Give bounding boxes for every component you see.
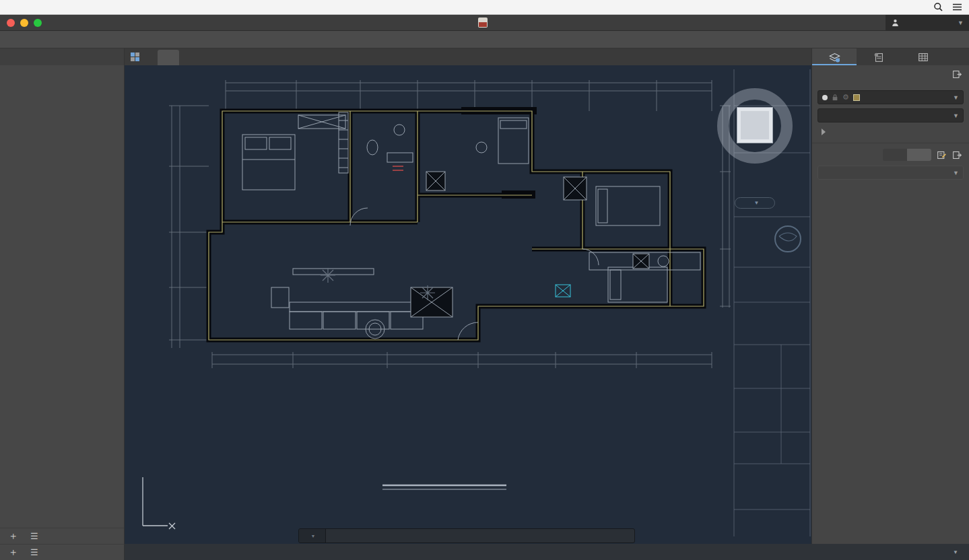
layer-tools-row <box>812 83 969 88</box>
status-bar-right: ▼ <box>937 544 969 560</box>
quick-access-toolbar <box>0 31 969 48</box>
new-drawing-tab-button[interactable] <box>145 48 158 65</box>
macos-menu-bar <box>0 0 969 15</box>
minimize-window-button[interactable] <box>20 19 28 27</box>
dwg-file-icon <box>478 18 488 28</box>
edit-note-icon[interactable] <box>937 150 947 160</box>
drawing-canvas[interactable]: ▼ ▼ <box>125 65 811 544</box>
chevron-down-icon: ▼ <box>953 112 959 119</box>
add-icon[interactable]: ＋ <box>8 546 18 559</box>
add-palette-icon[interactable]: ＋ <box>8 530 18 542</box>
annotation-scale-dropdown[interactable]: ▼ <box>950 549 958 555</box>
sign-in-chevron-icon[interactable]: ▼ <box>958 20 964 26</box>
panel-tabs <box>812 48 969 65</box>
layer-state-dropdown[interactable]: ▼ <box>817 108 964 123</box>
layer-states-tab[interactable] <box>857 48 901 65</box>
table-tab[interactable] <box>901 48 945 65</box>
layers-panel-header <box>812 65 969 83</box>
chevron-down-icon: ▼ <box>754 200 760 206</box>
palette-sections <box>0 65 124 528</box>
menu-bar-right <box>916 2 962 12</box>
walls <box>209 107 704 340</box>
layer-dropdown[interactable]: ⚙ ▼ <box>817 90 964 104</box>
ucs-axes-icon <box>143 477 175 529</box>
person-icon <box>891 18 900 28</box>
view-cube-top[interactable] <box>737 108 772 143</box>
layer-on-icon[interactable] <box>822 95 828 100</box>
filter-all-button[interactable] <box>883 149 907 161</box>
autocad-app-window: ▼ ＋ ☰ <box>0 0 969 560</box>
viewport-controls[interactable] <box>138 71 149 80</box>
status-bar: ＋ ☰ ▼ <box>0 544 969 560</box>
tool-palette: ＋ ☰ <box>0 48 125 544</box>
lock-icon[interactable] <box>832 94 838 101</box>
palette-footer-strip: ＋ ☰ <box>0 544 125 560</box>
zoom-window-button[interactable] <box>34 19 42 27</box>
menu-icon[interactable]: ☰ <box>30 547 38 557</box>
drawing-tab-active[interactable] <box>158 50 179 65</box>
expand-arrow-icon <box>822 129 826 135</box>
right-panel: ⚙ ▼ ▼ <box>811 48 969 544</box>
filter-my-button[interactable] <box>907 149 931 161</box>
layer-color-swatch[interactable] <box>853 94 860 101</box>
space-dropdown: ▼ <box>817 166 964 180</box>
search-icon[interactable] <box>933 2 943 12</box>
close-window-button[interactable] <box>7 19 15 27</box>
properties-filter-toggle[interactable] <box>883 149 931 161</box>
plan-title <box>382 485 506 489</box>
window-title-bar: ▼ <box>0 15 969 31</box>
wcs-dropdown[interactable]: ▼ <box>735 197 775 209</box>
palette-menu-icon[interactable]: ☰ <box>30 531 38 541</box>
panel-dock-icon[interactable] <box>952 69 962 79</box>
panel-dock-icon[interactable] <box>952 150 962 160</box>
show-layer-list-toggle[interactable] <box>812 125 969 139</box>
properties-panel-header <box>812 146 969 164</box>
layout-grid-icon[interactable] <box>125 48 145 65</box>
sign-in-button[interactable]: ▼ <box>886 15 969 31</box>
floor-plan-drawing <box>125 65 811 544</box>
layers-tab[interactable] <box>812 48 857 65</box>
view-cube-compass[interactable] <box>709 80 801 172</box>
chevron-down-icon: ▼ <box>953 94 959 101</box>
command-line-bar[interactable]: ▼ <box>298 528 635 543</box>
command-prompt-button[interactable]: ▼ <box>299 529 326 542</box>
document-title <box>0 18 969 28</box>
panel-overflow-icon[interactable] <box>957 48 969 65</box>
freeze-icon[interactable]: ⚙ <box>842 93 849 102</box>
palette-footer: ＋ ☰ <box>0 528 124 544</box>
palette-tabs <box>0 48 124 65</box>
list-icon[interactable] <box>952 3 962 11</box>
drawing-tab-bar <box>125 48 811 65</box>
